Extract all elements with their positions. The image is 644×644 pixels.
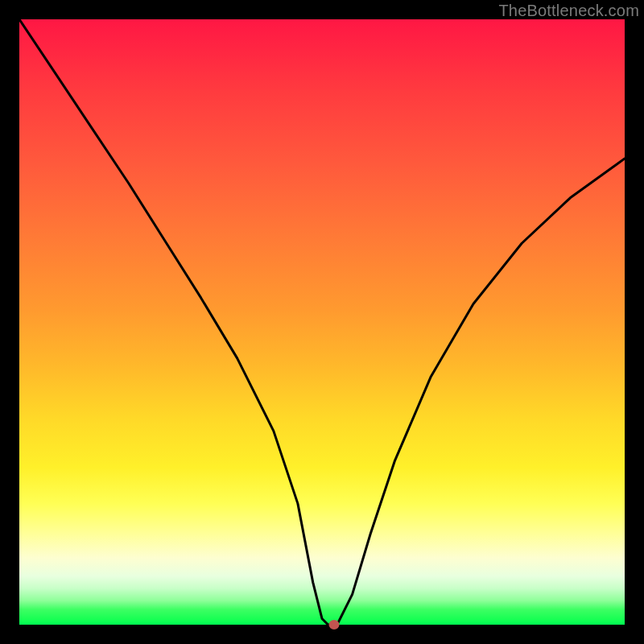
plot-area bbox=[19, 19, 625, 625]
chart-frame: TheBottleneck.com bbox=[0, 0, 644, 644]
bottleneck-curve bbox=[19, 19, 625, 625]
curve-svg bbox=[19, 19, 625, 625]
optimum-marker bbox=[329, 620, 340, 630]
watermark-text: TheBottleneck.com bbox=[498, 2, 639, 20]
